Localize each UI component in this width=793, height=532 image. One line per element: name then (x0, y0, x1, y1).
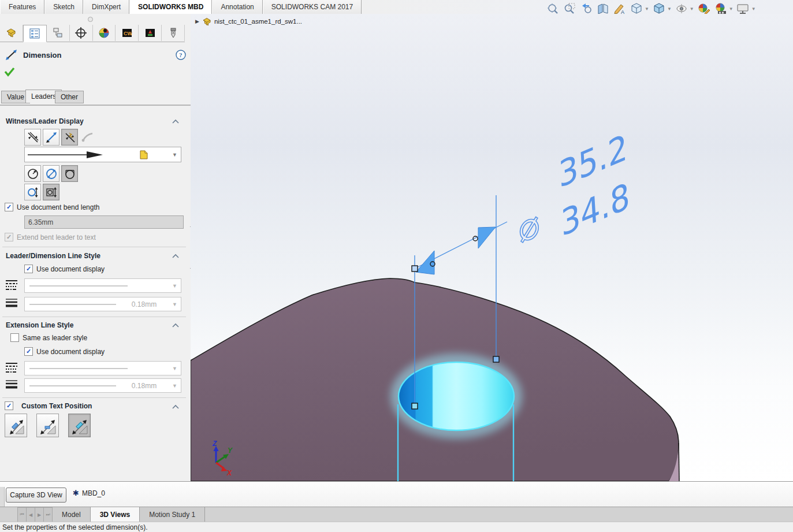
boxed-leader-text-button[interactable] (43, 184, 59, 200)
collapse-chevron-icon[interactable] (172, 254, 179, 258)
checkbox-box[interactable] (24, 265, 33, 273)
line-thickness-icon (5, 297, 18, 310)
use-document-bend-length-label: Use document bend length (17, 203, 99, 211)
captured-view-item[interactable]: ✱ MBD_0 (73, 489, 105, 497)
property-manager-panel: CW Dimension ? Value Leaders Other Witne… (0, 25, 191, 481)
text-position-buttons (5, 414, 100, 437)
extension-line-thickness-combobox: 0.18mm ▼ (24, 378, 181, 393)
display-style-caret[interactable]: ▼ (667, 6, 672, 12)
ok-button[interactable] (4, 66, 16, 79)
section-divider (2, 247, 186, 247)
dimension-arrowhead-right[interactable] (478, 227, 496, 248)
svg-text:?: ? (179, 51, 183, 58)
help-icon[interactable]: ? (176, 50, 186, 60)
scroll-last-tab-button[interactable]: ⏭ (43, 507, 53, 522)
3d-views-tab[interactable]: 3D Views (91, 507, 140, 522)
line-style-icon (5, 279, 18, 292)
tree-expand-arrow-icon[interactable]: ▶ (195, 18, 199, 24)
document-arrow-icon (139, 150, 149, 160)
model-canvas[interactable]: ⌀ 35.2 34.8 Z Y X (191, 14, 793, 481)
diameter-symbol[interactable]: ⌀ (508, 202, 547, 251)
checkbox-box[interactable] (5, 203, 13, 211)
broken-leader-inclined-text-button[interactable] (36, 414, 59, 437)
hide-show-items-caret[interactable]: ▼ (690, 6, 694, 12)
panel-title: Dimension (23, 51, 61, 59)
arrow-style-combobox[interactable]: ▼ (24, 147, 181, 162)
property-manager-tab[interactable] (23, 25, 47, 42)
checkbox-box[interactable] (24, 347, 33, 356)
diameter-leader-button[interactable] (43, 165, 59, 182)
dimension-handle-square[interactable] (412, 403, 418, 409)
scroll-prev-tab-button[interactable]: ◀ (26, 507, 35, 522)
leader-use-document-display-checkbox[interactable]: Use document display (24, 265, 105, 273)
feature-manager-tab[interactable] (0, 25, 23, 41)
arrow-style-preview (28, 151, 114, 159)
tab-other[interactable]: Other (55, 91, 84, 103)
status-bar: Set the properties of the selected dimen… (0, 522, 793, 532)
capture-bar-splitter[interactable] (0, 487, 5, 507)
manager-tab-strip: CW (0, 25, 185, 42)
collapse-chevron-icon[interactable] (172, 119, 179, 124)
radius-leader-button[interactable] (24, 165, 41, 182)
scroll-first-tab-button[interactable]: ⏮ (17, 507, 26, 522)
witness-leader-title: Witness/Leader Display (6, 117, 84, 125)
leader-attached-text-button[interactable] (68, 414, 91, 437)
display-manager-tab[interactable] (93, 25, 116, 41)
use-document-bend-length-checkbox[interactable]: Use document bend length (5, 203, 99, 211)
triad-z-label: Z (212, 440, 217, 448)
checkbox-box (5, 233, 13, 241)
tab-solidworks-cam[interactable]: SOLIDWORKS CAM 2017 (263, 0, 362, 14)
solid-leader-text-button[interactable] (24, 184, 41, 200)
view-settings-caret[interactable]: ▼ (751, 6, 756, 12)
tree-item-label[interactable]: nist_ctc_01_asme1_rd_sw1... (214, 18, 302, 25)
configuration-manager-tab[interactable] (47, 25, 70, 41)
collapse-chevron-icon[interactable] (172, 323, 179, 328)
inside-leader-button[interactable] (43, 129, 59, 146)
dimxpert-manager-tab[interactable] (70, 25, 93, 41)
section-divider (2, 397, 186, 398)
extension-use-document-display-checkbox[interactable]: Use document display (24, 347, 105, 356)
toolbar-grip-dot[interactable] (88, 17, 93, 22)
same-as-leader-style-checkbox[interactable]: Same as leader style (10, 333, 87, 342)
tab-solidworks-mbd[interactable]: SOLIDWORKS MBD (129, 0, 212, 14)
witness-leader-section-header[interactable]: Witness/Leader Display (6, 117, 186, 125)
outside-leader-button[interactable] (24, 129, 41, 146)
leader-line-style-section-header[interactable]: Leader/Dimension Line Style (6, 252, 186, 260)
collapse-chevron-icon[interactable] (172, 404, 179, 409)
bend-length-field: 6.35mm (24, 215, 184, 229)
capture-3d-view-button[interactable]: Capture 3D View (6, 488, 66, 503)
part-icon (202, 16, 212, 27)
motion-study-tab[interactable]: Motion Study 1 (140, 507, 205, 522)
captured-view-label[interactable]: MBD_0 (82, 489, 105, 497)
graphics-viewport[interactable]: ⌀ 35.2 34.8 Z Y X ▶ nist_ctc_01_asme1_rd… (191, 14, 793, 481)
tab-sketch[interactable]: Sketch (44, 0, 83, 14)
dimension-handle-square[interactable] (412, 266, 418, 271)
linear-leader-button[interactable] (61, 165, 78, 182)
apply-scene-caret[interactable]: ▼ (729, 6, 734, 12)
scroll-next-tab-button[interactable]: ▶ (35, 507, 43, 522)
tab-features[interactable]: Features (0, 0, 44, 14)
view-orientation-caret[interactable]: ▼ (645, 6, 649, 12)
model-tab[interactable]: Model (53, 507, 91, 522)
extension-line-style-section-header[interactable]: Extension Line Style (6, 321, 186, 329)
extension-line-thickness-value: 0.18mm (132, 382, 157, 390)
custom-text-position-section-header[interactable]: Custom Text Position (5, 401, 186, 410)
feature-tree-root[interactable]: ▶ nist_ctc_01_asme1_rd_sw1... (195, 16, 302, 27)
dimension-arrowhead-left[interactable] (416, 251, 434, 274)
extend-bent-leader-label: Extend bent leader to text (17, 233, 96, 241)
broken-leader-horizontal-text-button[interactable] (5, 414, 27, 437)
checkbox-box[interactable] (10, 333, 19, 342)
cam-feature-tree-tab[interactable]: CW (116, 25, 139, 41)
smart-leader-button[interactable] (61, 129, 78, 146)
toolbar-strip (0, 14, 191, 25)
property-manager-header: Dimension ? (5, 48, 186, 62)
tab-annotation[interactable]: Annotation (212, 0, 262, 14)
cam-tools-tree-tab[interactable] (162, 25, 185, 41)
tab-dimxpert[interactable]: DimXpert (83, 0, 129, 14)
custom-text-position-checkbox[interactable] (5, 401, 13, 410)
dimension-handle-square[interactable] (493, 356, 499, 362)
cam-operation-tree-tab[interactable] (139, 25, 162, 41)
extension-line-style-combobox: ▼ (24, 361, 181, 375)
3d-views-capture-bar: Capture 3D View ✱ MBD_0 (0, 481, 793, 507)
svg-text:CW: CW (124, 31, 132, 36)
